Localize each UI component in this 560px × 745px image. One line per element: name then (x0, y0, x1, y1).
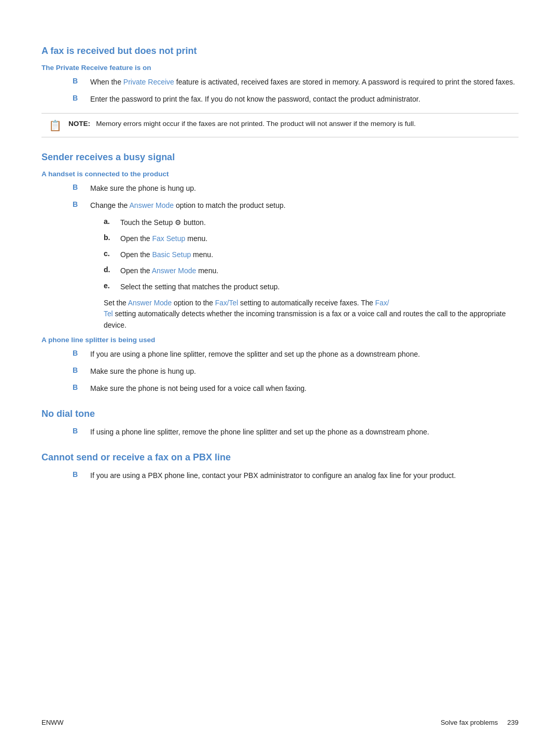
section4-title: Cannot send or receive a fax on a PBX li… (41, 452, 519, 463)
bullet-splitter3: B Make sure the phone is not being used … (73, 383, 519, 394)
bullet-pbx-label: B (73, 470, 83, 479)
section3-title: No dial tone (41, 409, 519, 419)
bullet-splitter2-text: Make sure the phone is hung up. (90, 366, 519, 377)
note-text: NOTE: Memory errors might occur if the f… (68, 119, 416, 129)
bullet-splitter2-label: B (73, 366, 83, 374)
bullet-splitter2: B Make sure the phone is hung up. (73, 366, 519, 377)
footer-right: Solve fax problems 239 (441, 719, 519, 726)
sub-bullet-a: a. Touch the Setup ⚙ button. (104, 217, 519, 228)
bullet-nodial-text: If using a phone line splitter, remove t… (90, 427, 519, 438)
bullet-splitter3-text: Make sure the phone is not being used fo… (90, 383, 519, 394)
bullet-pbx-text: If you are using a PBX phone line, conta… (90, 470, 519, 481)
bullet-nodial-label: B (73, 427, 83, 435)
page: A fax is received but does not print The… (0, 0, 560, 745)
footer-left: ENWW (41, 719, 64, 726)
bullet-splitter3-label: B (73, 383, 83, 391)
sub-bullet-d-text: Open the Answer Mode menu. (120, 265, 519, 276)
bullet-hangup: B Make sure the phone is hung up. (73, 183, 519, 194)
bullet-b1: B When the Private Receive feature is ac… (73, 77, 519, 88)
bullet-splitter1-text: If you are using a phone line splitter, … (90, 349, 519, 360)
bullet-hangup-label: B (73, 183, 83, 191)
section1-sub1-title: The Private Receive feature is on (41, 64, 519, 72)
private-receive-link: Private Receive (123, 78, 174, 86)
sub-bullet-b-text: Open the Fax Setup menu. (120, 233, 519, 244)
footer: ENWW Solve fax problems 239 (41, 719, 519, 726)
bullet-b2-label: B (73, 94, 83, 102)
bullet-splitter1-label: B (73, 349, 83, 357)
sub-bullet-b: b. Open the Fax Setup menu. (104, 233, 519, 244)
sub-bullet-c-label: c. (104, 249, 115, 258)
sub-bullet-e: e. Select the setting that matches the p… (104, 282, 519, 292)
bullet-hangup-text: Make sure the phone is hung up. (90, 183, 519, 194)
answer-mode-link3: Answer Mode (128, 299, 172, 307)
bullet-b1-text: When the Private Receive feature is acti… (90, 77, 519, 88)
sub-bullet-d-label: d. (104, 265, 115, 274)
sub-bullet-b-label: b. (104, 233, 115, 242)
sub-bullet-c-text: Open the Basic Setup menu. (120, 249, 519, 260)
note-icon: 📋 (49, 119, 63, 132)
bullet-pbx: B If you are using a PBX phone line, con… (73, 470, 519, 481)
bullet-nodial: B If using a phone line splitter, remove… (73, 427, 519, 438)
note-label: NOTE: (68, 120, 90, 128)
section2-sub2-title: A phone line splitter is being used (41, 336, 519, 344)
sub-bullet-a-text: Touch the Setup ⚙ button. (120, 217, 519, 228)
fax-tel-note: Set the Answer Mode option to the Fax/Te… (104, 298, 519, 331)
bullet-answer-mode: B Change the Answer Mode option to match… (73, 200, 519, 211)
sub-bullet-a-label: a. (104, 217, 115, 226)
footer-page: 239 (507, 719, 519, 726)
sub-bullet-c: c. Open the Basic Setup menu. (104, 249, 519, 260)
bullet-b2-text: Enter the password to print the fax. If … (90, 94, 519, 105)
sub-bullet-e-label: e. (104, 282, 115, 290)
section2-sub1-title: A handset is connected to the product (41, 170, 519, 178)
bullet-answer-mode-label: B (73, 200, 83, 208)
sub-bullet-e-text: Select the setting that matches the prod… (120, 282, 519, 292)
fax-setup-link: Fax Setup (152, 234, 186, 243)
fax-tel-link1: Fax/Tel (215, 299, 238, 307)
note-box: 📋 NOTE: Memory errors might occur if the… (41, 113, 519, 137)
bullet-answer-mode-text: Change the Answer Mode option to match t… (90, 200, 519, 211)
bullet-b1-label: B (73, 77, 83, 85)
section1-title: A fax is received but does not print (41, 46, 519, 57)
section2-title: Sender receives a busy signal (41, 152, 519, 163)
footer-right-label: Solve fax problems (441, 719, 498, 726)
bullet-splitter1: B If you are using a phone line splitter… (73, 349, 519, 360)
sub-bullet-d: d. Open the Answer Mode menu. (104, 265, 519, 276)
answer-mode-link2: Answer Mode (152, 266, 197, 275)
bullet-b2: B Enter the password to print the fax. I… (73, 94, 519, 105)
basic-setup-link: Basic Setup (152, 250, 191, 259)
answer-mode-link1: Answer Mode (130, 201, 174, 209)
